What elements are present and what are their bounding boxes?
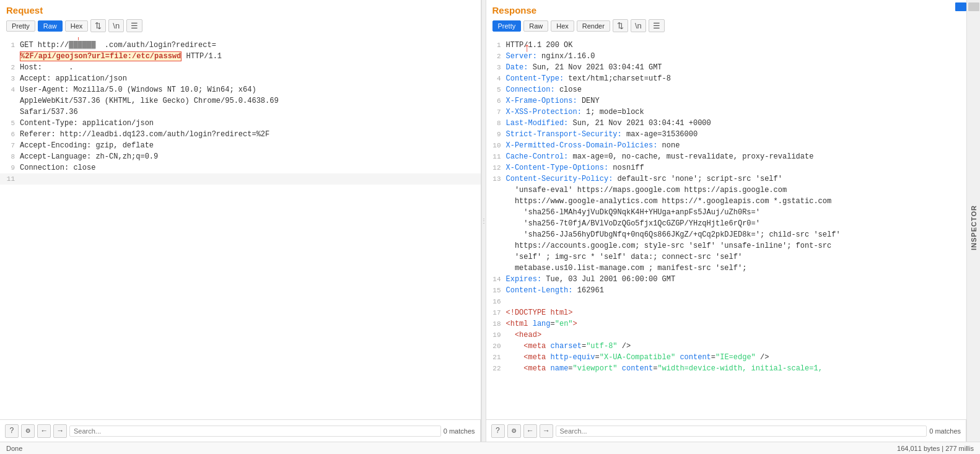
raw-btn[interactable]: Raw xyxy=(38,20,63,32)
resp-line-6: 6 X-Frame-Options: DENY xyxy=(486,95,967,107)
request-header: Request Pretty Raw Hex ⇅ \n ☰ xyxy=(0,0,481,37)
request-search-input[interactable] xyxy=(69,426,441,437)
resp-line-19: 19 <head> xyxy=(486,330,967,341)
resp-line-16: 16 xyxy=(486,296,967,307)
response-toolbar: Pretty Raw Hex Render ⇅ \n ☰ xyxy=(492,19,961,32)
response-panel: Response Pretty Raw Hex Render ⇅ \n ☰ 1 … xyxy=(486,0,967,442)
resp-line-15: 15 Content-Length: 162961 xyxy=(486,285,967,296)
resp-line-18: 18 <html lang="en"> xyxy=(486,318,967,330)
request-line-8: 8 Accept-Language: zh-CN,zh;q=0.9 xyxy=(0,151,481,162)
hex-btn[interactable]: Hex xyxy=(65,20,89,32)
request-panel: Request Pretty Raw Hex ⇅ \n ☰ 1 GET http… xyxy=(0,0,481,442)
resp-render-btn[interactable]: Render xyxy=(577,20,610,32)
response-settings-btn[interactable]: ⚙ xyxy=(507,424,521,438)
response-code-area: 1 HTTP/1.1 200 OK 2 Server: nginx/1.16.0… xyxy=(486,37,967,419)
resp-line-3: 3 Date: Sun, 21 Nov 2021 03:04:41 GMT xyxy=(486,62,967,73)
response-search-section: ? ⚙ ← → 0 matches xyxy=(486,420,967,442)
request-next-btn[interactable]: → xyxy=(53,424,67,438)
response-prev-btn[interactable]: ← xyxy=(523,424,537,438)
inspector-sidebar: INSPECTOR xyxy=(966,0,980,442)
request-line-7: 7 Accept-Encoding: gzip, deflate xyxy=(0,140,481,151)
resp-line-21: 21 <meta http-equiv="X-UA-Compatible" co… xyxy=(486,352,967,363)
request-title: Request xyxy=(6,5,475,15)
resp-raw-btn[interactable]: Raw xyxy=(523,20,548,32)
resp-hex-btn[interactable]: Hex xyxy=(551,20,574,32)
request-line-3: 3 Accept: application/json xyxy=(0,73,481,84)
resp-line-9: 9 Strict-Transport-Security: max-age=315… xyxy=(486,129,967,140)
request-line-11: 11 xyxy=(0,173,481,185)
resp-line-8: 8 Last-Modified: Sun, 21 Nov 2021 03:04:… xyxy=(486,118,967,129)
response-next-btn[interactable]: → xyxy=(540,424,553,438)
resp-line-22: 22 <meta name="viewport" content="width=… xyxy=(486,363,967,374)
request-prev-btn[interactable]: ← xyxy=(37,424,51,438)
resp-line-20: 20 <meta charset="utf-8" /> xyxy=(486,341,967,352)
resp-line-5: 5 Connection: close xyxy=(486,84,967,95)
request-matches-label: 0 matches xyxy=(444,427,475,435)
status-bar: Done 164,011 bytes | 277 millis xyxy=(0,442,980,454)
resp-filter-icon-btn[interactable]: ⇅ xyxy=(613,19,628,32)
pretty-btn[interactable]: Pretty xyxy=(6,20,35,32)
resp-line-12: 12 X-Content-Type-Options: nosniff xyxy=(486,162,967,173)
request-line-4: 4 User-Agent: Mozilla/5.0 (Windows NT 10… xyxy=(0,84,481,118)
request-line-6: 6 Referer: http://leadbi.dq123.com/auth/… xyxy=(0,129,481,140)
resp-line-13: 13 Content-Security-Policy: default-src … xyxy=(486,173,967,274)
resp-line-7: 7 X-XSS-Protection: 1; mode=block xyxy=(486,107,967,118)
response-header: Response Pretty Raw Hex Render ⇅ \n ☰ xyxy=(486,0,967,37)
panel-layout-btn-2[interactable] xyxy=(968,2,979,11)
resp-line-1: 1 HTTP/1.1 200 OK xyxy=(486,40,967,51)
resp-pretty-btn[interactable]: Pretty xyxy=(492,20,522,32)
request-line-2: 2 Host: . xyxy=(0,62,481,73)
request-settings-btn[interactable]: ⚙ xyxy=(21,424,35,438)
resp-line-14: 14 Expires: Tue, 03 Jul 2001 06:00:00 GM… xyxy=(486,274,967,285)
top-right-buttons xyxy=(953,0,981,14)
panel-divider[interactable]: ⋮ xyxy=(481,0,486,442)
status-bytes: 164,011 bytes | 277 millis xyxy=(897,445,974,452)
response-bottom-bar: ? ⚙ ← → 0 matches xyxy=(486,419,967,442)
request-bottom-bar: ? ⚙ ← → 0 matches xyxy=(0,419,481,442)
request-toolbar: Pretty Raw Hex ⇅ \n ☰ xyxy=(6,19,475,32)
resp-newline-btn[interactable]: \n xyxy=(631,19,646,32)
response-title: Response xyxy=(492,5,961,15)
resp-line-10: 10 X-Permitted-Cross-Domain-Policies: no… xyxy=(486,140,967,151)
newline-btn[interactable]: \n xyxy=(108,19,124,32)
request-line-1: 1 GET http://██████ .com/auth/login?redi… xyxy=(0,40,481,62)
request-line-5: 5 Content-Type: application/json xyxy=(0,118,481,129)
menu-btn[interactable]: ☰ xyxy=(126,19,142,32)
request-code-area: 1 GET http://██████ .com/auth/login?redi… xyxy=(0,37,481,419)
inspector-label: INSPECTOR xyxy=(970,205,978,250)
panel-layout-btn-1[interactable] xyxy=(955,2,966,11)
resp-line-4: 4 Content-Type: text/html;charset=utf-8 xyxy=(486,73,967,84)
status-done: Done xyxy=(6,445,22,452)
resp-line-17: 17 <!DOCTYPE html> xyxy=(486,307,967,318)
response-help-btn[interactable]: ? xyxy=(491,424,505,438)
filter-icon-btn[interactable]: ⇅ xyxy=(90,19,106,32)
request-line-9: 9 Connection: close xyxy=(0,162,481,173)
resp-menu-btn[interactable]: ☰ xyxy=(649,19,665,32)
request-help-btn[interactable]: ? xyxy=(5,424,19,438)
request-search-section: ? ⚙ ← → 0 matches xyxy=(0,420,481,442)
highlight-url: %2F/api/geojson?url=file:/etc/passwd xyxy=(20,51,182,61)
response-search-input[interactable] xyxy=(556,426,927,437)
resp-line-2: 2 Server: nginx/1.16.0 xyxy=(486,51,967,62)
response-matches-label: 0 matches xyxy=(929,427,961,435)
resp-line-11: 11 Cache-Control: max-age=0, no-cache, m… xyxy=(486,151,967,162)
